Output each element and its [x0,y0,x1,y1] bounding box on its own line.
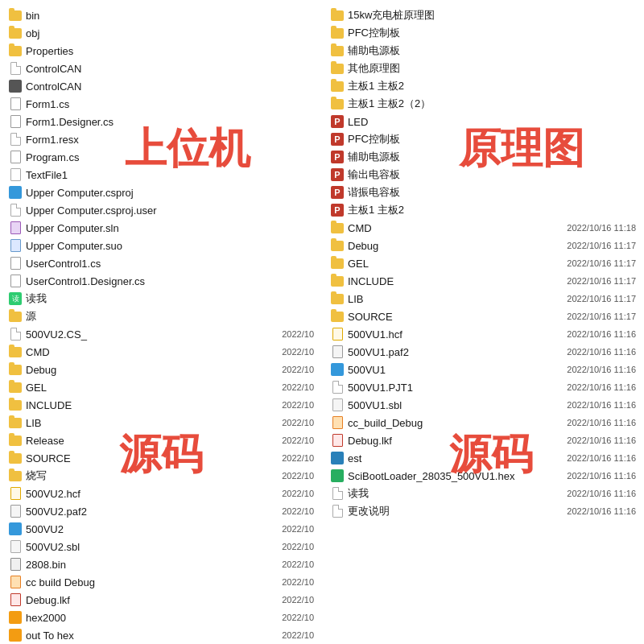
file-date: 2022/10/16 11:16 [567,489,636,498]
list-item[interactable]: Form1.cs [6,95,316,113]
list-item[interactable]: 烧写2022/10 [6,467,316,485]
list-item[interactable]: cc build Debug2022/10 [6,573,316,591]
list-item[interactable]: P主板1 主板2 [328,201,638,219]
list-item[interactable]: ControlCAN [6,77,316,95]
list-item[interactable]: GEL2022/10/16 11:17 [328,254,638,272]
list-item[interactable]: Upper Computer.sln [6,219,316,237]
list-item[interactable]: hex20002022/10 [6,609,316,626]
list-item[interactable]: 500VU2.paf22022/10 [6,502,316,520]
folder-icon [8,363,23,376]
list-item[interactable]: Upper Computer.csproj.user [6,201,316,219]
list-item[interactable]: Properties [6,42,316,60]
list-item[interactable]: 500VU2.sbl2022/10 [6,538,316,555]
file-name: cc_build_Debug [348,417,560,429]
list-item[interactable]: UserControl1.Designer.cs [6,272,316,290]
proj-icon [8,186,23,199]
list-item[interactable]: LIB2022/10/16 11:17 [328,290,638,308]
list-item[interactable]: Debug2022/10 [6,361,316,378]
file-name: Upper Computer.csproj [26,187,314,199]
list-item[interactable]: 500VU22022/10 [6,520,316,538]
cs-icon [8,275,23,287]
list-item[interactable]: 500VU1.paf22022/10/16 11:16 [328,343,638,361]
script-icon [8,611,23,624]
list-item[interactable]: Form1.Designer.cs [6,113,316,130]
file-name: Upper Computer.csproj.user [26,204,314,217]
list-item[interactable]: Upper Computer.csproj [6,184,316,201]
list-item[interactable]: obj [6,24,316,42]
list-item[interactable]: SOURCE2022/10 [6,449,316,467]
list-item[interactable]: 辅助电源板 [328,42,638,60]
list-item[interactable]: 500VU12022/10/16 11:16 [328,361,638,378]
list-item[interactable]: est2022/10/16 11:16 [328,449,638,467]
list-item[interactable]: INCLUDE2022/10/16 11:17 [328,272,638,290]
list-item[interactable]: GEL2022/10 [6,378,316,396]
list-item[interactable]: ControlCAN [6,60,316,77]
file-name: GEL [348,258,560,270]
list-item[interactable]: 更改说明2022/10/16 11:16 [328,502,638,520]
list-item[interactable]: 500VU1.PJT12022/10/16 11:16 [328,378,638,396]
list-item[interactable]: Upper Computer.suo [6,237,316,254]
list-item[interactable]: PPFC控制板 [328,130,638,148]
list-item[interactable]: 2808.bin2022/10 [6,555,316,573]
list-item[interactable]: 其他原理图 [328,60,638,77]
list-item[interactable]: 500VU1.hcf2022/10/16 11:16 [328,325,638,343]
list-item[interactable]: 主板1 主板2 [328,77,638,95]
list-item[interactable]: UserControl1.cs [6,254,316,272]
file-name: 主板1 主板2 [348,79,636,93]
file-date: 2022/10/16 11:18 [567,223,636,233]
file-date: 2022/10 [282,400,314,410]
ppt-icon: P [330,168,345,181]
file-name: bin [26,10,314,22]
list-item[interactable]: 读读我 [6,290,316,308]
list-item[interactable]: bin [6,6,316,24]
file-name: LED [348,116,636,128]
folder-icon [8,381,23,394]
list-item[interactable]: PLED [328,113,638,130]
list-item[interactable]: Debug2022/10/16 11:17 [328,237,638,254]
list-item[interactable]: Form1.resx [6,130,316,148]
file-name: 源 [26,309,314,324]
list-item[interactable]: Debug.lkf2022/10 [6,591,316,609]
list-item[interactable]: 源 [6,308,316,325]
file-date: 2022/10/16 11:17 [567,276,636,286]
list-item[interactable]: P辅助电源板 [328,148,638,166]
list-item[interactable]: 500VU2.hcf2022/10 [6,485,316,502]
list-item[interactable]: CMD2022/10/16 11:18 [328,219,638,237]
exe-icon [8,80,23,93]
list-item[interactable]: 500VU2.CS_2022/10 [6,325,316,343]
list-item[interactable]: SOURCE2022/10/16 11:17 [328,308,638,325]
paf2-icon [8,505,23,518]
file-name: Form1.resx [26,134,314,146]
list-item[interactable]: CMD2022/10 [6,343,316,361]
list-item[interactable]: P输出电容板 [328,166,638,184]
list-item[interactable]: Release2022/10 [6,431,316,449]
file-name: 500VU1.hcf [348,328,560,341]
list-item[interactable]: TextFile1 [6,166,316,184]
hcf-icon [8,487,23,500]
folder-icon [330,310,345,323]
list-item[interactable]: Debug.lkf2022/10/16 11:16 [328,431,638,449]
list-item[interactable]: 主板1 主板2（2） [328,95,638,113]
bin-icon [8,558,23,571]
folder-icon [8,44,23,57]
cs-icon [8,97,23,110]
list-item[interactable]: INCLUDE2022/10 [6,396,316,414]
right-file-list: 15kw充电桩原理图PFC控制板辅助电源板其他原理图主板1 主板2主板1 主板2… [322,6,644,638]
list-item[interactable]: PFC控制板 [328,24,638,42]
list-item[interactable]: SciBootLoader_28035_500VU1.hex2022/10/16… [328,467,638,485]
list-item[interactable]: 读我2022/10/16 11:16 [328,485,638,502]
file-name: UserControl1.Designer.cs [26,275,314,287]
list-item[interactable]: LIB2022/10 [6,414,316,431]
file-name: 主板1 主板2（2） [348,97,636,111]
cc-icon [330,416,345,429]
list-item[interactable]: 15kw充电桩原理图 [328,6,638,24]
file-name: Debug [348,240,560,252]
file-name: LIB [348,293,560,305]
list-item[interactable]: Program.cs [6,148,316,166]
list-item[interactable]: P谐振电容板 [328,184,638,201]
file-date: 2022/10/16 11:16 [567,382,636,392]
list-item[interactable]: 500VU1.sbl2022/10/16 11:16 [328,396,638,414]
list-item[interactable]: out To hex2022/10 [6,626,316,644]
paf2-icon [330,345,345,358]
list-item[interactable]: cc_build_Debug2022/10/16 11:16 [328,414,638,431]
